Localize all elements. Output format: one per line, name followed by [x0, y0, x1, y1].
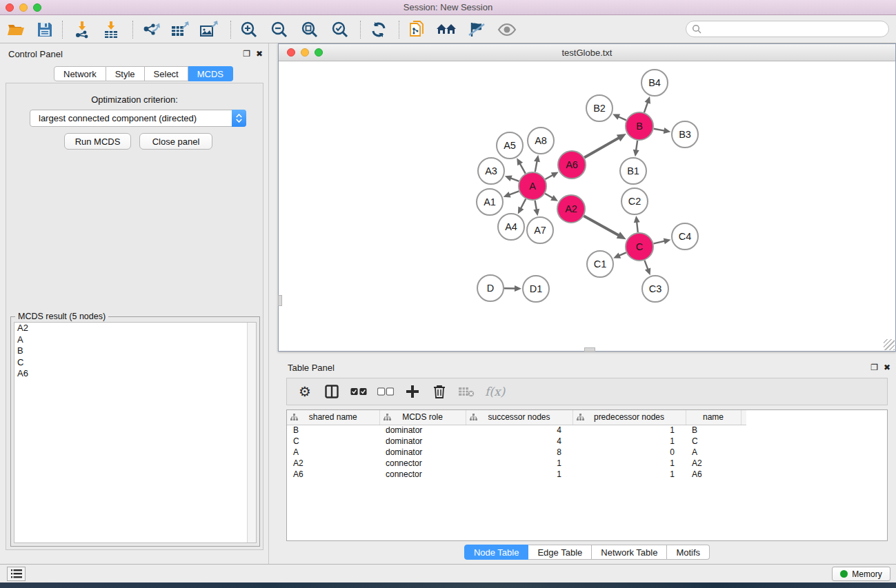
graph-edge[interactable] [521, 199, 526, 209]
mcds-result-list[interactable]: A2ABCA6 [14, 322, 257, 543]
show-columns-icon[interactable] [323, 383, 340, 400]
tab-style[interactable]: Style [106, 66, 145, 81]
graph-edge[interactable] [510, 178, 519, 181]
network-close-button[interactable] [287, 48, 295, 57]
network-minimize-button[interactable] [301, 48, 309, 57]
graph-node[interactable]: C2 [621, 188, 648, 214]
graph-node[interactable]: A1 [477, 189, 503, 215]
run-mcds-button[interactable]: Run MCDS [64, 133, 131, 150]
graph-node-mcds[interactable]: A2 [557, 195, 585, 223]
close-panel-button[interactable]: Close panel [139, 133, 212, 150]
table-row[interactable]: Bdominator41B [287, 425, 746, 436]
graph-edge[interactable] [545, 194, 552, 199]
import-network-icon[interactable] [72, 20, 92, 39]
graph-node[interactable]: D [477, 275, 504, 301]
graph-node-mcds[interactable]: C [626, 233, 653, 261]
result-item[interactable]: A2 [14, 323, 256, 334]
criterion-dropdown[interactable]: largest connected component (directed) [30, 110, 246, 127]
memory-button[interactable]: Memory [832, 567, 890, 581]
tab-motifs[interactable]: Motifs [667, 545, 710, 560]
task-history-button[interactable] [7, 567, 26, 581]
table-panel-close-icon[interactable]: ✖ [884, 363, 890, 372]
export-table-icon[interactable] [170, 20, 190, 39]
window-resize-grip[interactable] [884, 339, 895, 350]
graph-node[interactable]: C3 [642, 276, 668, 302]
graph-node-mcds[interactable]: A [519, 172, 546, 200]
graph-node[interactable]: C4 [672, 223, 698, 250]
export-image-icon[interactable] [199, 20, 219, 39]
deselect-all-columns-icon[interactable] [377, 383, 394, 400]
close-window-button[interactable] [6, 3, 14, 12]
graph-edge[interactable] [653, 241, 664, 244]
table-settings-gear-icon[interactable]: ⚙ [297, 383, 313, 400]
column-header-name[interactable]: name [686, 410, 741, 425]
table-row[interactable]: Cdominator41C [287, 436, 746, 447]
result-item[interactable]: A [14, 334, 256, 346]
graph-edge[interactable] [584, 216, 619, 235]
column-header-shared-name[interactable]: shared name [287, 410, 379, 425]
tab-mcds[interactable]: MCDS [188, 66, 233, 81]
graph-edge[interactable] [509, 191, 519, 194]
tab-network-table[interactable]: Network Table [592, 545, 667, 560]
table-panel-float-icon[interactable]: ❐ [870, 363, 878, 372]
tab-edge-table[interactable]: Edge Table [528, 545, 592, 560]
column-header-mcds-role[interactable]: MCDS role [379, 410, 466, 425]
graph-edge[interactable] [636, 141, 637, 150]
graph-node[interactable]: B1 [620, 158, 646, 184]
show-hide-eye-icon[interactable] [497, 20, 517, 39]
home-networks-icon[interactable] [436, 20, 457, 39]
zoom-selected-icon[interactable] [330, 20, 350, 39]
import-table-icon[interactable] [101, 20, 121, 39]
graph-edge[interactable] [637, 222, 638, 232]
search-field[interactable] [686, 21, 889, 37]
result-item[interactable]: A6 [14, 368, 256, 380]
result-item[interactable]: B [14, 345, 256, 357]
graph-node[interactable]: A7 [527, 217, 553, 243]
network-window-titlebar[interactable]: testGlobe.txt [279, 44, 895, 61]
graph-edge[interactable] [520, 163, 526, 173]
table-row[interactable]: A6connector11A6 [287, 469, 746, 480]
graph-edge[interactable] [618, 116, 626, 120]
zoom-window-button[interactable] [33, 3, 41, 12]
select-all-columns-icon[interactable] [350, 383, 367, 400]
control-panel-close-icon[interactable]: ✖ [256, 49, 263, 59]
graph-edge[interactable] [535, 161, 537, 172]
search-input[interactable] [704, 24, 888, 34]
open-session-icon[interactable] [6, 20, 26, 39]
graph-edge[interactable] [535, 201, 537, 210]
save-session-icon[interactable] [34, 20, 55, 39]
duplicate-network-icon[interactable] [407, 20, 428, 39]
graph-node[interactable]: A4 [498, 214, 524, 240]
graph-node-mcds[interactable]: B [626, 112, 653, 140]
graph-edge[interactable] [644, 102, 648, 112]
graph-edge[interactable] [584, 138, 619, 158]
zoom-out-icon[interactable] [269, 20, 290, 39]
graph-edge[interactable] [654, 129, 665, 131]
graph-node[interactable]: B4 [641, 70, 668, 96]
graph-node-mcds[interactable]: A6 [558, 151, 586, 179]
zoom-in-icon[interactable] [239, 20, 259, 39]
graph-node[interactable]: A3 [478, 158, 504, 184]
table-row[interactable]: Adominator80A [287, 447, 746, 458]
graph-edge[interactable] [619, 252, 626, 256]
export-network-icon[interactable] [141, 20, 161, 39]
column-header-predecessor-nodes[interactable]: predecessor nodes [573, 410, 686, 425]
graph-edge[interactable] [644, 261, 648, 270]
refresh-icon[interactable] [368, 20, 389, 39]
network-canvas[interactable]: AA1A2A3A4A5A6A7A8BB1B2B3B4CC1C2C3C4DD1 [279, 61, 895, 351]
graph-node[interactable]: D1 [523, 276, 549, 302]
result-item[interactable]: C [14, 357, 256, 369]
network-zoom-button[interactable] [315, 48, 323, 57]
add-column-icon[interactable] [404, 383, 421, 400]
delete-column-trash-icon[interactable] [431, 383, 448, 400]
toggle-graphics-details-icon[interactable] [466, 20, 487, 39]
tab-node-table[interactable]: Node Table [464, 545, 529, 560]
control-panel-float-icon[interactable]: ❐ [243, 49, 250, 59]
graph-node[interactable]: C1 [587, 251, 613, 277]
splitter-handle-bottom[interactable] [584, 347, 595, 352]
result-list-scrollbar[interactable] [247, 323, 256, 543]
minimize-window-button[interactable] [19, 3, 28, 12]
splitter-handle-left[interactable] [278, 295, 282, 306]
graph-node[interactable]: B2 [586, 95, 613, 121]
zoom-fit-icon[interactable] [299, 20, 320, 39]
